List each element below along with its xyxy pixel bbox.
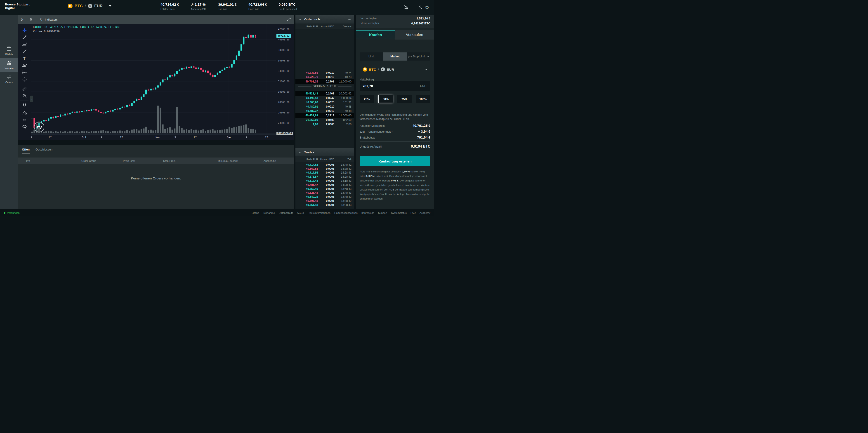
- order-type-limit[interactable]: Limit: [360, 53, 383, 61]
- trade-row[interactable]: 40.660,510,000114:38:42: [296, 167, 354, 171]
- orders-tab-geschlossen[interactable]: Geschlossen: [35, 148, 53, 153]
- time-cell: 14:28:43: [334, 171, 351, 174]
- percent-button-100[interactable]: 100%: [416, 95, 430, 103]
- time-cell: 14:28:42: [334, 175, 351, 178]
- hide-all-icon[interactable]: [21, 123, 28, 130]
- ticket-pair-selector[interactable]: B BTC / € EUR: [360, 65, 430, 74]
- trade-row[interactable]: 40.676,870,000114:28:42: [296, 175, 354, 179]
- orderbook-bid-row[interactable]: 40.459,890,271911.000,00: [296, 113, 354, 118]
- text-icon[interactable]: T: [21, 55, 28, 62]
- amount-cell: 0,0001: [318, 167, 334, 171]
- side-wallet-icon: [6, 46, 12, 52]
- candles-icon: [29, 18, 33, 22]
- footer-link-faq[interactable]: FAQ: [410, 212, 416, 214]
- footer-link-haftungsausschluss[interactable]: Haftungsausschluss: [334, 212, 358, 214]
- summary-label: zzgl. Transaktionsentgelt *: [360, 130, 393, 133]
- fib-retracement-icon[interactable]: [21, 41, 28, 48]
- sidebar-item-handeln[interactable]: Handeln: [0, 58, 18, 72]
- notifications-muted-icon[interactable]: [403, 5, 409, 10]
- trade-row[interactable]: 40.549,280,000113:48:42: [296, 195, 354, 199]
- total-cell: 10.002,42: [334, 92, 351, 95]
- header-actions: XX: [403, 0, 430, 15]
- amount-cell: 2,0000: [318, 123, 334, 126]
- sidebar-item-orders[interactable]: Orders: [0, 72, 18, 86]
- footer-link-impressum[interactable]: Impressum: [362, 212, 374, 214]
- tab-buy[interactable]: Kaufen: [356, 30, 395, 39]
- top-header: Boerse Stuttgart Digital B BTC / € EUR 4…: [0, 0, 434, 15]
- orderbook-ask-row[interactable]: 40.737,580,001040,74: [296, 70, 354, 75]
- amount-cell: 0,0001: [318, 199, 334, 203]
- trade-row[interactable]: 40.526,430,000113:48:43: [296, 191, 354, 195]
- sidebar-item-wallets[interactable]: Wallets: [0, 43, 18, 58]
- interval-button[interactable]: D: [21, 18, 23, 21]
- chart-style-button[interactable]: [29, 18, 33, 22]
- orders-column-header: Order-Größe: [81, 159, 123, 162]
- chevron-up-icon[interactable]: [299, 151, 302, 154]
- footer-link-risikoinformationen[interactable]: Risikoinformationen: [308, 212, 331, 214]
- stat-label: Heute gehandelt: [279, 8, 297, 10]
- ticket-pair-separator: /: [378, 67, 379, 71]
- chart-plot[interactable]: O40103.33 H40717.55 L39963.82 C40714.62 …: [31, 24, 276, 140]
- chart-x-axis[interactable]: 917Oct917Nov917Dec917: [31, 134, 276, 140]
- account-menu[interactable]: XX: [417, 5, 430, 10]
- zoom-in-icon[interactable]: [21, 92, 28, 99]
- percent-button-75[interactable]: 75%: [397, 95, 412, 103]
- trend-line-icon[interactable]: [21, 34, 28, 41]
- percent-button-25[interactable]: 25%: [360, 95, 374, 103]
- crosshair-icon[interactable]: [21, 27, 28, 34]
- submit-buy-order-button[interactable]: Kaufauftrag erteilen: [360, 156, 430, 166]
- footer-link-systemstatus[interactable]: Systemstatus: [391, 212, 407, 214]
- amount-cell: 0,2719: [318, 114, 334, 117]
- orders-tab-offen[interactable]: Offen: [22, 148, 30, 153]
- ruler-icon[interactable]: [21, 86, 28, 92]
- collapse-minus-icon[interactable]: [348, 18, 351, 21]
- orderbook-ask-row[interactable]: 40.701,250,270311.000,00: [296, 79, 354, 84]
- stat-label: Letzter Preis: [160, 8, 179, 10]
- chart-y-axis[interactable]: 42000.0040000.0038000.0036000.0034000.00…: [276, 24, 294, 140]
- orderbook-ask-row[interactable]: 40.725,700,001040,73: [296, 75, 354, 79]
- chevron-down-icon[interactable]: [299, 18, 302, 21]
- order-type-market[interactable]: Market: [383, 53, 407, 61]
- trade-row[interactable]: 40.714,620,000114:48:42: [296, 163, 354, 167]
- balance-label: Euro verfügbar: [360, 17, 377, 20]
- trade-row[interactable]: 40.518,440,000114:18:43: [296, 179, 354, 183]
- trade-row[interactable]: 40.717,550,000114:28:43: [296, 171, 354, 175]
- footer-link-teilnahme[interactable]: Teilnahme: [263, 212, 275, 214]
- footer-link-agbs[interactable]: AGBs: [297, 212, 304, 214]
- toolbar-collapse-button[interactable]: ‹: [30, 96, 33, 102]
- pair-separator: /: [85, 4, 86, 8]
- orderbook-bid-row[interactable]: 21.550,000,0400862,00: [296, 118, 354, 122]
- time-cell: 13:28:43: [334, 204, 351, 207]
- long-position-icon[interactable]: [21, 69, 28, 76]
- brush-icon[interactable]: [21, 48, 28, 55]
- percent-button-50[interactable]: 50%: [378, 95, 393, 103]
- fullscreen-icon[interactable]: [287, 17, 291, 22]
- orders-tabs: OffenGeschlossen: [18, 145, 294, 153]
- trade-row[interactable]: 40.651,480,000113:28:43: [296, 203, 354, 207]
- orderbook-bid-row[interactable]: 40.528,430,246810.002,42: [296, 91, 354, 96]
- orderbook-bid-row[interactable]: 40.480,370,001040,48: [296, 109, 354, 113]
- xabcd-pattern-icon[interactable]: [21, 62, 28, 69]
- trade-row[interactable]: 40.552,400,000113:58:43: [296, 187, 354, 191]
- emoji-icon[interactable]: [21, 76, 28, 83]
- magnet-icon[interactable]: [21, 102, 28, 109]
- orderbook-bid-row[interactable]: 1,002,00002,00: [296, 122, 354, 126]
- footer-link-listing[interactable]: Listing: [252, 212, 259, 214]
- y-axis-tick: 24000.00: [278, 122, 289, 124]
- indicators-button[interactable]: f x Indicators: [39, 18, 57, 22]
- tab-sell[interactable]: Verkaufen: [395, 30, 434, 39]
- footer-link-support[interactable]: Support: [378, 212, 387, 214]
- amount-input[interactable]: 787,70 EUR: [360, 81, 430, 91]
- x-axis-tick: 17: [265, 136, 268, 139]
- orderbook-bid-row[interactable]: 40.485,860,0025101,21: [296, 100, 354, 104]
- orderbook-bid-row[interactable]: 40.499,530,02471.000,34: [296, 96, 354, 100]
- header-pair-selector[interactable]: B BTC / € EUR: [68, 4, 112, 8]
- lock-all-icon[interactable]: [21, 116, 28, 123]
- drawing-lock-icon[interactable]: [21, 109, 28, 116]
- trade-row[interactable]: 40.485,470,000114:08:43: [296, 183, 354, 187]
- order-type-stop-limit[interactable]: ?Stop Limit: [407, 53, 430, 61]
- footer-link-datenschutz[interactable]: Datenschutz: [279, 212, 293, 214]
- orderbook-bid-row[interactable]: 40.480,910,001040,48: [296, 104, 354, 109]
- trade-row[interactable]: 40.501,450,000113:38:42: [296, 199, 354, 203]
- footer-link-academy[interactable]: Academy: [420, 212, 430, 214]
